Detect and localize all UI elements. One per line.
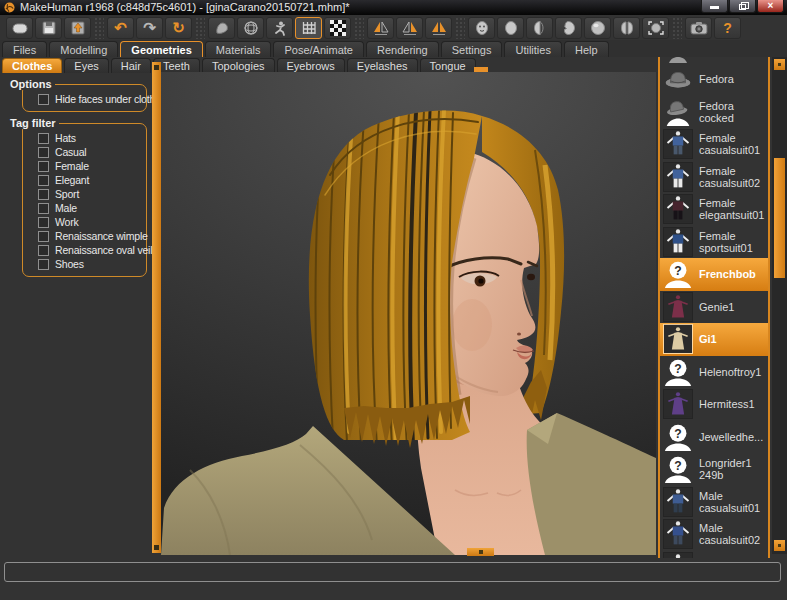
symmetry-right-button[interactable] [396,17,423,39]
background-texture-button[interactable] [324,17,351,39]
asset-item-female-casualsuit01[interactable]: Female casualsuit01 [660,128,768,161]
checkbox-box[interactable] [38,133,49,144]
asset-item-fedora[interactable]: Fedora [660,63,768,96]
checkbox-box[interactable] [38,189,49,200]
checkbox-box[interactable] [38,245,49,256]
checkbox-hats[interactable]: Hats [38,131,144,145]
checkbox-renaissance-oval-veil[interactable]: Renaissance oval veil [38,243,144,257]
checkbox-label: Male [55,202,77,214]
tab-files[interactable]: Files [2,41,47,57]
view-head-half-button[interactable] [526,17,553,39]
asset-item-male[interactable]: Male [660,551,768,559]
scroll-down-arrow-icon[interactable] [154,545,159,550]
subtab-eyelashes[interactable]: Eyelashes [347,58,418,73]
view-profile-button[interactable] [555,17,582,39]
symmetry-left-icon [372,20,390,36]
maximize-button[interactable] [729,0,756,13]
tab-rendering[interactable]: Rendering [366,41,439,57]
makehuman-logo-icon [4,2,15,13]
view-head-button[interactable] [497,17,524,39]
checkbox-box[interactable] [38,217,49,228]
checkbox-male[interactable]: Male [38,201,144,215]
subtab-eyebrows[interactable]: Eyebrows [277,58,345,73]
checkbox-female[interactable]: Female [38,159,144,173]
asset-item-female-casualsuit02[interactable]: Female casualsuit02 [660,161,768,194]
tab-modelling[interactable]: Modelling [49,41,118,57]
pose-mode-button[interactable] [266,17,293,39]
new-document-button[interactable] [6,17,33,39]
checkbox-work[interactable]: Work [38,215,144,229]
asset-item-female-sportsuit01[interactable]: Female sportsuit01 [660,226,768,259]
asset-thumbnail: ? [663,357,693,387]
checkbox-box[interactable] [38,231,49,242]
scrollbar-thumb[interactable] [774,158,785,278]
view-globe-button[interactable] [584,17,611,39]
asset-thumbnail: ? [663,422,693,452]
view-head-half-icon [532,20,548,36]
view-head-icon [503,20,519,36]
tab-geometries[interactable]: Geometries [120,41,203,57]
reload-button[interactable]: ↻ [165,17,192,39]
redo-button[interactable]: ↷ [136,17,163,39]
wireframe-button[interactable] [237,17,264,39]
tab-pose-animate[interactable]: Pose/Animate [273,41,363,57]
asset-item-jewelledhe[interactable]: ?Jewelledhe... [660,421,768,454]
checkbox-elegant[interactable]: Elegant [38,173,144,187]
tab-settings[interactable]: Settings [441,41,503,57]
undo-button[interactable]: ↶ [107,17,134,39]
checkbox-box[interactable] [38,94,49,105]
asset-item-male-casualsuit02[interactable]: Male casualsuit02 [660,518,768,551]
asset-item-male-casualsuit01[interactable]: Male casualsuit01 [660,486,768,519]
asset-item-genie1[interactable]: Genie1 [660,291,768,324]
checkbox-box[interactable] [38,147,49,158]
close-button[interactable]: × [757,0,784,13]
view-face-button[interactable] [468,17,495,39]
symmetry-left-button[interactable] [367,17,394,39]
makehuman-window: MakeHuman r1968 (c848d75c4601) - [ginaCa… [0,0,787,600]
checkbox-box[interactable] [38,259,49,270]
asset-item-longrider1-249b[interactable]: ?Longrider1 249b [660,453,768,486]
view-frame-button[interactable] [642,17,669,39]
asset-item-hermitess1[interactable]: Hermitess1 [660,388,768,421]
asset-list-scrollbar[interactable] [772,57,787,554]
title-bar[interactable]: MakeHuman r1968 (c848d75c4601) - [ginaCa… [0,0,787,15]
checkbox-sport[interactable]: Sport [38,187,144,201]
load-file-button[interactable] [64,17,91,39]
viewport-3d[interactable] [161,72,656,555]
checkbox-hide-faces-under-clothes[interactable]: Hide faces under clothes [38,92,144,106]
asset-item-female-elegantsuit01[interactable]: Female elegantsuit01 [660,193,768,226]
asset-item-gi1[interactable]: Gi1 [660,323,768,356]
checkbox-box[interactable] [38,203,49,214]
tab-utilities[interactable]: Utilities [504,41,561,57]
checkbox-shoes[interactable]: Shoes [38,257,144,271]
scroll-up-arrow-icon[interactable] [154,65,159,70]
checkbox-renaissance-wimple[interactable]: Renaissance wimple [38,229,144,243]
minimize-button[interactable] [701,0,728,13]
checkbox-box[interactable] [38,175,49,186]
splitter-handle-top[interactable] [474,67,488,72]
scroll-down-button[interactable] [774,540,785,551]
view-split-button[interactable] [613,17,640,39]
asset-item-fedora-cocked[interactable]: Fedora cocked [660,96,768,129]
asset-label: Gi1 [699,333,768,345]
splitter-handle-bottom[interactable] [467,548,494,556]
asset-item-helenoftroy1[interactable]: ?Helenoftroy1 [660,356,768,389]
help-button[interactable]: ? [714,17,741,39]
checkbox-box[interactable] [38,161,49,172]
left-panel-scrollbar[interactable] [152,62,161,553]
checkbox-casual[interactable]: Casual [38,145,144,159]
smooth-shading-button[interactable] [208,17,235,39]
subtab-topologies[interactable]: Topologies [202,58,275,73]
subtab-clothes[interactable]: Clothes [2,58,62,73]
tab-materials[interactable]: Materials [205,41,272,57]
subtab-eyes[interactable]: Eyes [64,58,108,73]
grab-screenshot-button[interactable] [685,17,712,39]
symmetry-both-button[interactable] [425,17,452,39]
subtab-hair[interactable]: Hair [111,58,151,73]
scroll-up-button[interactable] [774,59,785,70]
tab-help[interactable]: Help [564,41,609,57]
save-file-button[interactable] [35,17,62,39]
asset-item-frenchbob[interactable]: ?Frenchbob [660,258,768,291]
subtab-tongue[interactable]: Tongue [420,58,476,73]
grid-button[interactable] [295,17,322,39]
